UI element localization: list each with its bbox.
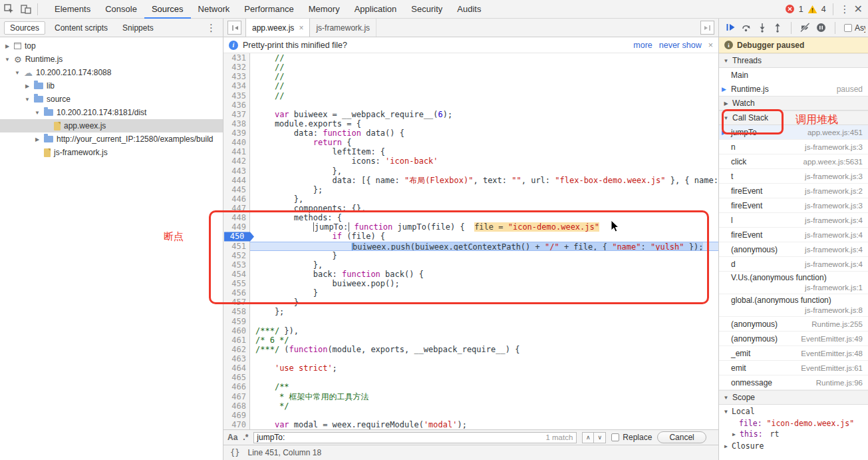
tab-console[interactable]: Console: [98, 0, 144, 19]
code-text[interactable]: };: [250, 307, 718, 316]
line-number-469[interactable]: 469: [223, 411, 250, 420]
line-number-459[interactable]: 459: [223, 317, 250, 326]
tree-item-top[interactable]: ▶top: [0, 39, 223, 53]
search-input[interactable]: [253, 432, 577, 443]
code-line-466[interactable]: 466 /**: [223, 382, 718, 391]
tree-disclosure-icon[interactable]: ▼: [34, 110, 41, 116]
code-line-438[interactable]: 438 module.exports = {: [223, 119, 718, 128]
line-number-450[interactable]: 450: [223, 232, 250, 241]
async-checkbox-box[interactable]: [844, 24, 852, 32]
callstack-section-header[interactable]: ▼ Call Stack: [719, 111, 868, 125]
stack-frame[interactable]: emitEventEmitter.js:61: [719, 361, 868, 375]
code-line-442[interactable]: 442 icons: 'icon-back': [223, 156, 718, 166]
code-line-462[interactable]: 462/***/ (function(module, exports, __we…: [223, 345, 718, 354]
stack-frame[interactable]: njs-framework.js:3: [719, 140, 868, 154]
tab-elements[interactable]: Elements: [47, 0, 98, 19]
stack-frame[interactable]: ljs-framework.js:4: [719, 213, 868, 228]
code-line-443[interactable]: 443 },: [223, 166, 718, 176]
tree-item-js-framework.js[interactable]: js-framework.js: [0, 146, 223, 159]
code-text[interactable]: /* 6 */: [250, 336, 718, 345]
line-number-452[interactable]: 452: [223, 251, 250, 260]
code-line-452[interactable]: 452 }: [223, 251, 718, 260]
code-text[interactable]: /**: [250, 382, 718, 391]
open-file-arrow-icon[interactable]: [700, 21, 714, 35]
code-text[interactable]: }: [250, 288, 718, 298]
line-number-433[interactable]: 433: [223, 72, 250, 81]
code-text[interactable]: [250, 354, 718, 363]
subtab-sources[interactable]: Sources: [4, 21, 45, 35]
scope-variable[interactable]: file: "icon-demo.weex.js": [719, 418, 868, 429]
code-text[interactable]: [250, 317, 718, 326]
tree-item-runtime.js[interactable]: ▼⚙Runtime.js: [0, 53, 223, 66]
code-text[interactable]: //: [250, 91, 718, 101]
code-text[interactable]: /***/ (function(module, exports, __webpa…: [250, 345, 718, 354]
code-line-464[interactable]: 464 'use strict';: [223, 363, 718, 373]
watch-section-header[interactable]: ▶ Watch: [719, 96, 868, 111]
code-line-441[interactable]: 441 leftItem: {: [223, 147, 718, 156]
code-text[interactable]: //: [250, 53, 718, 63]
code-text[interactable]: },: [250, 260, 718, 270]
code-text[interactable]: };: [250, 185, 718, 194]
code-text[interactable]: [250, 411, 718, 420]
line-number-431[interactable]: 431: [223, 53, 250, 63]
step-into-icon[interactable]: [758, 23, 767, 33]
code-text[interactable]: //: [250, 63, 718, 72]
code-line-435[interactable]: 435 //: [223, 91, 718, 101]
code-text[interactable]: },: [250, 166, 718, 176]
code-text[interactable]: */: [250, 401, 718, 411]
code-text[interactable]: //: [250, 72, 718, 81]
resume-script-icon[interactable]: [726, 23, 736, 33]
code-line-445[interactable]: 445 };: [223, 185, 718, 194]
close-tab-icon[interactable]: ×: [299, 19, 303, 37]
line-number-449[interactable]: 449: [223, 222, 250, 232]
code-line-432[interactable]: 432 //: [223, 63, 718, 72]
code-line-453[interactable]: 453 },: [223, 260, 718, 270]
code-text[interactable]: 'use strict';: [250, 363, 718, 373]
code-text[interactable]: module.exports = {: [250, 119, 718, 128]
code-text[interactable]: components: {},: [250, 204, 718, 213]
line-number-443[interactable]: 443: [223, 166, 250, 176]
line-number-463[interactable]: 463: [223, 354, 250, 363]
error-count[interactable]: 1: [799, 5, 803, 14]
stack-frame[interactable]: djs-framework.js:4: [719, 257, 868, 272]
line-number-447[interactable]: 447: [223, 204, 250, 213]
line-number-461[interactable]: 461: [223, 336, 250, 345]
code-text[interactable]: data: [{ name: "布局(Flexbox)", text: "", …: [250, 176, 718, 185]
code-text[interactable]: * 框架中常用的工具方法: [250, 392, 718, 401]
code-line-470[interactable]: 470 var modal = weex.requireModule('moda…: [223, 420, 718, 429]
line-number-456[interactable]: 456: [223, 288, 250, 298]
line-number-440[interactable]: 440: [223, 138, 250, 147]
stack-frame[interactable]: tjs-framework.js:3: [719, 169, 868, 184]
scope-section-header[interactable]: ▼ Scope: [719, 390, 868, 405]
code-line-468[interactable]: 468 */: [223, 401, 718, 411]
code-text[interactable]: icons: 'icon-back': [250, 156, 718, 166]
scope-local-group[interactable]: ▼ Local: [719, 405, 868, 418]
deactivate-breakpoints-icon[interactable]: [800, 23, 810, 33]
search-next-button[interactable]: ∨: [594, 432, 606, 443]
tree-disclosure-icon[interactable]: ▼: [14, 70, 21, 76]
threads-section-header[interactable]: ▼ Threads: [719, 53, 868, 68]
code-text[interactable]: }: [250, 251, 718, 260]
stack-frame[interactable]: _emitEventEmitter.js:48: [719, 346, 868, 361]
stack-frame[interactable]: fireEventjs-framework.js:4: [719, 228, 868, 242]
code-line-467[interactable]: 467 * 框架中常用的工具方法: [223, 392, 718, 401]
tree-item-source[interactable]: ▼source: [0, 93, 223, 106]
code-text[interactable]: leftItem: {: [250, 147, 718, 156]
line-number-462[interactable]: 462: [223, 345, 250, 354]
subtab-content-scripts[interactable]: Content scripts: [49, 22, 113, 34]
code-line-437[interactable]: 437 var buiweex = __webpack_require__(6)…: [223, 110, 718, 119]
scope-variable[interactable]: ▶this: rt: [719, 429, 868, 439]
line-number-441[interactable]: 441: [223, 147, 250, 156]
thread-runtime-js[interactable]: ▶Runtime.jspaused: [719, 82, 868, 96]
code-line-463[interactable]: 463: [223, 354, 718, 363]
code-line-450[interactable]: 450 if (file) {: [223, 232, 718, 241]
code-line-433[interactable]: 433 //: [223, 72, 718, 81]
code-line-460[interactable]: 460/***/ }),: [223, 326, 718, 336]
code-text[interactable]: return {: [250, 138, 718, 147]
code-line-456[interactable]: 456 }: [223, 288, 718, 298]
code-line-465[interactable]: 465: [223, 373, 718, 382]
source-code-view[interactable]: 431 //432 //433 //434 //435 //436437 var…: [223, 53, 718, 429]
warning-icon[interactable]: [807, 5, 817, 14]
line-number-445[interactable]: 445: [223, 185, 250, 194]
regex-toggle[interactable]: .*: [243, 433, 248, 442]
